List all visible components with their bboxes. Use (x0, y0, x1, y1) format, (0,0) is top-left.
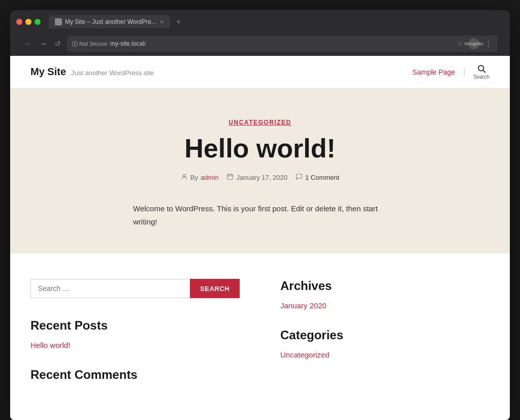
search-input[interactable] (30, 279, 190, 298)
security-indicator: Not Secure (72, 41, 107, 47)
post-title: Hello world! (30, 134, 490, 163)
search-button[interactable]: SEARCH (190, 279, 240, 298)
site-nav: Sample Page | Search (412, 64, 490, 80)
post-date: January 17, 2020 (236, 174, 287, 181)
address-right-controls: ☆ Incognito ⋮ (457, 38, 493, 49)
maximize-button[interactable] (35, 19, 41, 25)
category-1-link[interactable]: Uncategorized (280, 350, 490, 359)
author-prefix: By (190, 174, 198, 181)
tab-bar: My Site – Just another WordPre... ✕ + (49, 15, 504, 28)
calendar-icon (226, 173, 234, 182)
bookmark-icon[interactable]: ☆ (457, 40, 463, 48)
tab-title: My Site – Just another WordPre... (65, 18, 156, 25)
sidebar-right: Archives January 2020 Categories Uncateg… (280, 279, 490, 400)
comment-icon (296, 173, 303, 182)
main-content: SEARCH Recent Posts Hello world! Recent … (10, 253, 510, 420)
svg-rect-6 (228, 175, 233, 180)
site-title[interactable]: My Site (30, 66, 66, 78)
comment-count-link[interactable]: 1 Comment (305, 174, 339, 181)
archives-title: Archives (280, 279, 490, 293)
tab-favicon (55, 18, 62, 25)
post-content: Welcome to WordPress. This is your first… (133, 202, 387, 228)
site-branding: My Site Just another WordPress site (30, 66, 154, 78)
active-tab[interactable]: My Site – Just another WordPre... ✕ (49, 15, 170, 28)
post-date-meta: January 17, 2020 (226, 173, 287, 182)
forward-button[interactable]: → (38, 38, 49, 50)
categories-title: Categories (280, 328, 490, 342)
post-meta: By admin January 17, 2020 1 Comment (30, 173, 490, 182)
sample-page-link[interactable]: Sample Page (412, 68, 455, 76)
svg-line-4 (483, 70, 485, 72)
categories-widget: Categories Uncategorized (280, 328, 490, 359)
hero-section: UNCATEGORIZED Hello world! By admin Janu… (10, 88, 510, 253)
traffic-lights (16, 19, 41, 25)
svg-point-2 (75, 42, 75, 43)
header-search-label: Search (473, 74, 490, 80)
recent-comments-title: Recent Comments (30, 368, 240, 382)
back-button[interactable]: ← (22, 38, 34, 50)
close-button[interactable] (16, 19, 22, 25)
recent-post-1-link[interactable]: Hello world! (30, 341, 240, 349)
recent-posts-widget: Recent Posts Hello world! (30, 318, 240, 349)
tab-close-icon[interactable]: ✕ (159, 19, 164, 25)
post-category[interactable]: UNCATEGORIZED (30, 119, 490, 126)
browser-menu-icon[interactable]: ⋮ (484, 39, 493, 49)
post-author-meta: By admin (181, 173, 219, 182)
nav-divider: | (463, 68, 465, 77)
search-icon (477, 64, 486, 73)
svg-point-5 (183, 175, 186, 177)
minimize-button[interactable] (25, 19, 31, 25)
search-widget: SEARCH (30, 279, 240, 298)
site-tagline: Just another WordPress site (71, 69, 154, 77)
archive-1-link[interactable]: January 2020 (280, 301, 490, 310)
header-search-button[interactable]: Search (473, 64, 490, 80)
website-content: My Site Just another WordPress site Samp… (10, 56, 510, 420)
author-icon (181, 173, 188, 182)
sidebar-left: SEARCH Recent Posts Hello world! Recent … (30, 279, 240, 400)
author-link[interactable]: admin (201, 174, 218, 181)
post-comments-meta: 1 Comment (296, 173, 339, 182)
archives-widget: Archives January 2020 (280, 279, 490, 310)
recent-posts-title: Recent Posts (30, 318, 240, 333)
url-text: my-site.local/ (110, 40, 146, 47)
profile-button[interactable]: Incognito (468, 38, 479, 49)
address-bar[interactable]: Not Secure my-site.local/ ☆ Incognito ⋮ (67, 36, 498, 52)
refresh-button[interactable]: ↺ (53, 38, 63, 50)
new-tab-button[interactable]: + (173, 15, 184, 28)
recent-comments-widget: Recent Comments (30, 368, 240, 382)
site-header: My Site Just another WordPress site Samp… (10, 56, 510, 88)
address-bar-row: ← → ↺ Not Secure my-site.local/ ☆ Incogn… (16, 33, 504, 56)
